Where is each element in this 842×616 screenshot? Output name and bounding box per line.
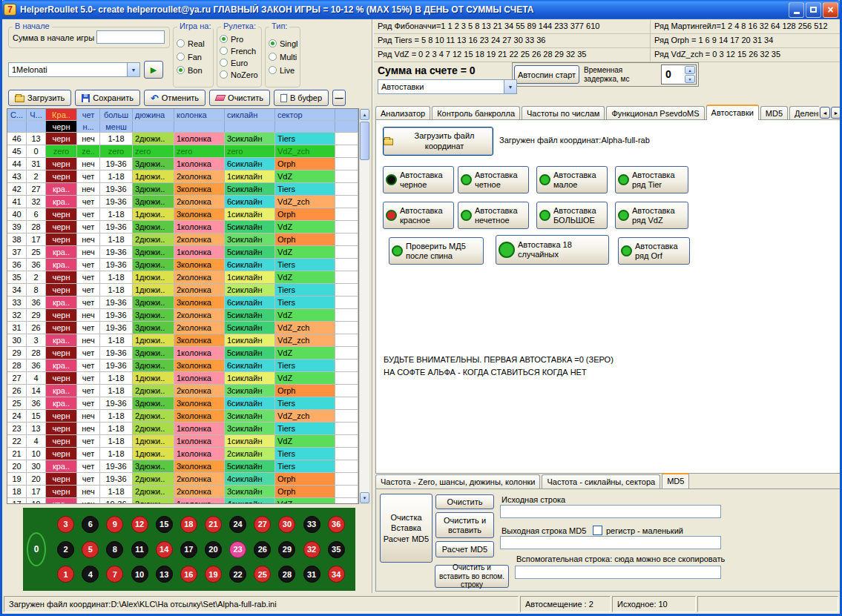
board-number-15[interactable]: 15: [156, 516, 173, 533]
table-scrollbar[interactable]: ▲ ▼: [359, 108, 370, 504]
titlebar[interactable]: 7 HelperRoullet 5.0- create helperroulle…: [0, 0, 842, 19]
table-row[interactable]: 406чернчет1-181дюжи..3колонка1сиклайнOrp…: [7, 208, 358, 221]
board-number-14[interactable]: 14: [156, 541, 173, 558]
table-row[interactable]: 224чернчет1-181дюжи..1колонка1сиклайнVdZ: [7, 435, 358, 448]
table-row[interactable]: 3817черннеч1-182дюжи..2колонка3сиклайнOr…: [7, 234, 358, 246]
load-button[interactable]: Загрузить: [8, 90, 71, 106]
board-number-32[interactable]: 32: [303, 541, 320, 558]
radio-fan[interactable]: Fan: [177, 51, 210, 62]
md5-clear-paste-aux-button[interactable]: Очистить и вставить во вспом. строку: [435, 565, 509, 588]
chevron-down-icon[interactable]: ▼: [504, 80, 516, 93]
md5-aux-input[interactable]: [515, 566, 721, 579]
autobet-small-button[interactable]: Автоставка малое: [536, 166, 608, 193]
start-sum-input[interactable]: [96, 30, 165, 44]
board-number-22[interactable]: 22: [229, 566, 246, 583]
autobet-black-button[interactable]: Автоставка черное: [383, 166, 454, 193]
tabs-scroll-right-icon[interactable]: ►: [831, 107, 841, 119]
scroll-down-icon[interactable]: ▼: [360, 492, 369, 503]
table-row[interactable]: 3636кра..чет19-363дюжи..3колонка6сиклайн…: [7, 259, 358, 271]
board-number-19[interactable]: 19: [205, 566, 222, 583]
scrollbar-thumb[interactable]: [360, 122, 369, 160]
delay-spinner[interactable]: 0 ▲ ▼: [661, 64, 697, 85]
table-row[interactable]: 352чернчет1-181дюжи..2колонка1сиклайнVdZ: [7, 271, 358, 284]
board-number-11[interactable]: 11: [131, 541, 148, 558]
radio-euro[interactable]: Euro: [220, 57, 259, 68]
board-number-13[interactable]: 13: [156, 566, 173, 583]
clear-button[interactable]: Очистить: [209, 90, 270, 106]
tab-division[interactable]: Делени: [789, 106, 819, 120]
autobet-tier-button[interactable]: Автоставка ряд Tier: [615, 166, 688, 193]
spinner-up-icon[interactable]: ▲: [685, 66, 695, 74]
md5-output-input[interactable]: [500, 536, 721, 549]
table-row[interactable]: 2313черннеч1-182дюжи..1колонка3сиклайнTi…: [7, 423, 358, 435]
maximize-button[interactable]: [806, 2, 821, 18]
save-button[interactable]: Сохранить: [75, 90, 140, 106]
board-number-17[interactable]: 17: [180, 541, 197, 558]
radio-real[interactable]: Real: [177, 38, 210, 49]
board-number-12[interactable]: 12: [131, 516, 148, 533]
undo-button[interactable]: ↶Отменить: [144, 90, 205, 106]
table-row[interactable]: 274чернчет1-181дюжи..1колонка1сиклайнVdZ: [7, 372, 358, 385]
board-number-29[interactable]: 29: [278, 541, 295, 558]
board-number-21[interactable]: 21: [205, 516, 222, 533]
table-row[interactable]: 4431черннеч19-363дюжи..1колонка6сиклайнO…: [7, 158, 358, 170]
table-row[interactable]: 2030кра..чет19-363дюжи..3колонка5сиклайн…: [7, 460, 358, 473]
tab-freq-chances[interactable]: Частота - Zero, шансы, дюжины, колонки: [375, 474, 540, 489]
board-number-34[interactable]: 34: [328, 566, 345, 583]
table-row[interactable]: 3126чернчет19-363дюжи..2колонка5сиклайнV…: [7, 322, 358, 334]
autobet-big-button[interactable]: Автоставка БОЛЬШОЕ: [536, 202, 608, 229]
register-checkbox[interactable]: [593, 526, 602, 535]
table-row[interactable]: 1920чернчет19-362дюжи..2колонка4сиклайнO…: [7, 473, 358, 486]
autospin-start-button[interactable]: Автоспин старт: [514, 65, 579, 84]
autobet-even-button[interactable]: Автоставка четное: [458, 166, 529, 193]
autobet-vdz-button[interactable]: Автоставка ряд VdZ: [615, 202, 688, 229]
board-number-18[interactable]: 18: [180, 516, 197, 533]
table-row[interactable]: 2614кра..чет1-182дюжи..2колонка3сиклайнO…: [7, 385, 358, 397]
tab-freq-sectors[interactable]: Частота - сиклайны, сектора: [542, 474, 660, 489]
board-number-1[interactable]: 1: [57, 566, 74, 583]
radio-nozero[interactable]: NoZero: [220, 69, 259, 80]
board-number-9[interactable]: 9: [106, 516, 123, 533]
board-number-20[interactable]: 20: [205, 541, 222, 558]
board-number-28[interactable]: 28: [278, 566, 295, 583]
md5-clear-and-paste-button[interactable]: Очистить и вставить: [435, 512, 494, 538]
scroll-up-icon[interactable]: ▲: [360, 109, 369, 120]
tab-md5[interactable]: MD5: [760, 106, 788, 120]
tab-psevdoms[interactable]: Функционал PsevdoMS: [606, 106, 704, 120]
load-coords-button[interactable]: Загрузить файл координат: [383, 127, 493, 156]
board-number-36[interactable]: 36: [328, 516, 345, 533]
table-row[interactable]: 348чернчет1-181дюжи..2колонка2сиклайнTie…: [7, 284, 358, 297]
board-number-23[interactable]: 23: [229, 541, 246, 558]
radio-singl[interactable]: Singl: [269, 38, 297, 49]
table-row[interactable]: 450zeroze..zerozerozerozeroVdZ_zch: [7, 145, 358, 158]
board-number-5[interactable]: 5: [82, 541, 99, 558]
md5-clear-paste-calc-button[interactable]: Очистка Вставка Расчет MD5: [380, 494, 432, 563]
table-row[interactable]: 303кра..неч1-181дюжи..3колонка1сиклайнVd…: [7, 334, 358, 347]
autobet-odd-button[interactable]: Автоставка нечетное: [458, 202, 529, 229]
md5-calc-button[interactable]: Расчет MD5: [435, 541, 494, 557]
md5-source-input[interactable]: [500, 505, 721, 518]
table-row[interactable]: 2415черннеч1-182дюжи..3колонка3сиклайнVd…: [7, 410, 358, 423]
tab-autobets[interactable]: Автоставки: [706, 105, 759, 120]
board-number-26[interactable]: 26: [254, 541, 271, 558]
autobet-18-random-button[interactable]: Автоставка 18 случайных: [496, 235, 609, 265]
radio-french[interactable]: French: [220, 45, 259, 56]
spinner-down-icon[interactable]: ▼: [685, 75, 695, 83]
table-row[interactable]: 2836кра..чет19-363дюжи..3колонка6сиклайн…: [7, 360, 358, 372]
tabs-scroll-left-icon[interactable]: ◄: [820, 107, 830, 119]
autobets-combobox[interactable]: Автоставки ▼: [378, 79, 517, 94]
tab-md5-bottom[interactable]: MD5: [662, 473, 689, 489]
board-number-7[interactable]: 7: [106, 566, 123, 583]
board-number-6[interactable]: 6: [82, 516, 99, 533]
board-number-2[interactable]: 2: [57, 541, 74, 558]
close-button[interactable]: ×: [823, 2, 838, 18]
autobet-orf-button[interactable]: Автоставка ряд Orf: [618, 237, 690, 265]
board-number-24[interactable]: 24: [229, 516, 246, 533]
board-number-4[interactable]: 4: [82, 566, 99, 583]
minimize-button[interactable]: [789, 2, 804, 18]
radio-live[interactable]: Live: [269, 64, 297, 76]
play-button[interactable]: ▶: [144, 61, 163, 79]
table-row[interactable]: 432чернчет1-181дюжи..2колонка1сиклайнVdZ: [7, 170, 358, 183]
board-number-25[interactable]: 25: [254, 566, 271, 583]
table-row[interactable]: 3725кра..неч19-363дюжи..1колонка5сиклайн…: [7, 246, 358, 259]
